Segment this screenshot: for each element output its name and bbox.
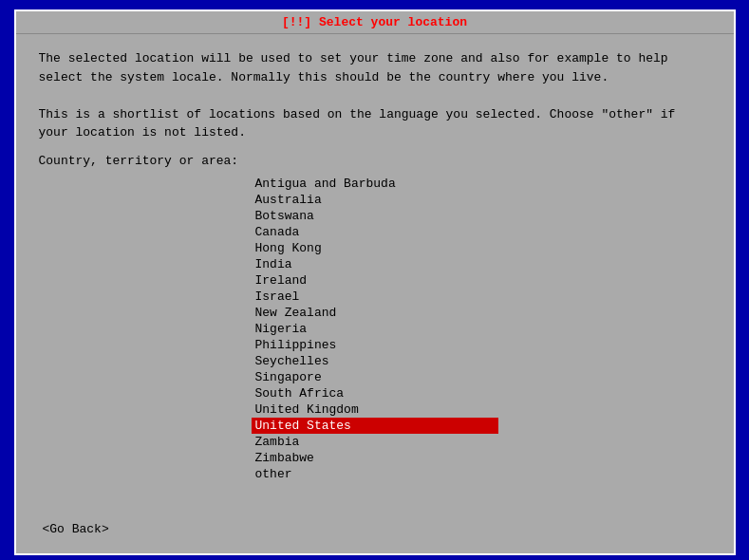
list-item[interactable]: Nigeria [252, 321, 498, 337]
list-item[interactable]: New Zealand [252, 305, 498, 321]
desc-line2: select the system locale. Normally this … [39, 68, 711, 87]
description: The selected location will be used to se… [39, 49, 711, 142]
list-item[interactable]: India [252, 256, 498, 272]
list-item[interactable]: Zambia [252, 434, 498, 450]
list-item[interactable]: South Africa [252, 385, 498, 401]
country-list-container: Antigua and BarbudaAustraliaBotswanaCana… [39, 176, 711, 482]
list-item[interactable]: Botswana [252, 208, 498, 224]
list-item[interactable]: Seychelles [252, 353, 498, 369]
desc-line1: The selected location will be used to se… [39, 49, 711, 68]
dialog-box: [!!] Select your location The selected l… [14, 9, 736, 555]
desc-line4: your location is not listed. [39, 123, 711, 142]
list-item[interactable]: Philippines [252, 337, 498, 353]
list-item[interactable]: Canada [252, 224, 498, 240]
list-item[interactable]: Zimbabwe [252, 450, 498, 466]
list-item[interactable]: Antigua and Barbuda [252, 176, 498, 192]
list-item[interactable]: United States [252, 418, 498, 434]
country-label: Country, territory or area: [39, 154, 711, 168]
list-item[interactable]: Singapore [252, 369, 498, 385]
list-item[interactable]: other [252, 466, 498, 482]
dialog-content: The selected location will be used to se… [16, 34, 734, 513]
desc-line3: This is a shortlist of locations based o… [39, 105, 711, 124]
dialog-title: [!!] Select your location [16, 11, 734, 34]
list-item[interactable]: Hong Kong [252, 240, 498, 256]
country-list[interactable]: Antigua and BarbudaAustraliaBotswanaCana… [252, 176, 498, 482]
go-back-button[interactable]: <Go Back> [39, 520, 113, 538]
list-item[interactable]: United Kingdom [252, 401, 498, 418]
list-item[interactable]: Australia [252, 192, 498, 208]
list-item[interactable]: Ireland [252, 272, 498, 289]
list-item[interactable]: Israel [252, 289, 498, 305]
main-area: [!!] Select your location The selected l… [0, 0, 749, 560]
dialog-footer: <Go Back> [16, 513, 734, 553]
title-text: [!!] Select your location [282, 15, 467, 29]
